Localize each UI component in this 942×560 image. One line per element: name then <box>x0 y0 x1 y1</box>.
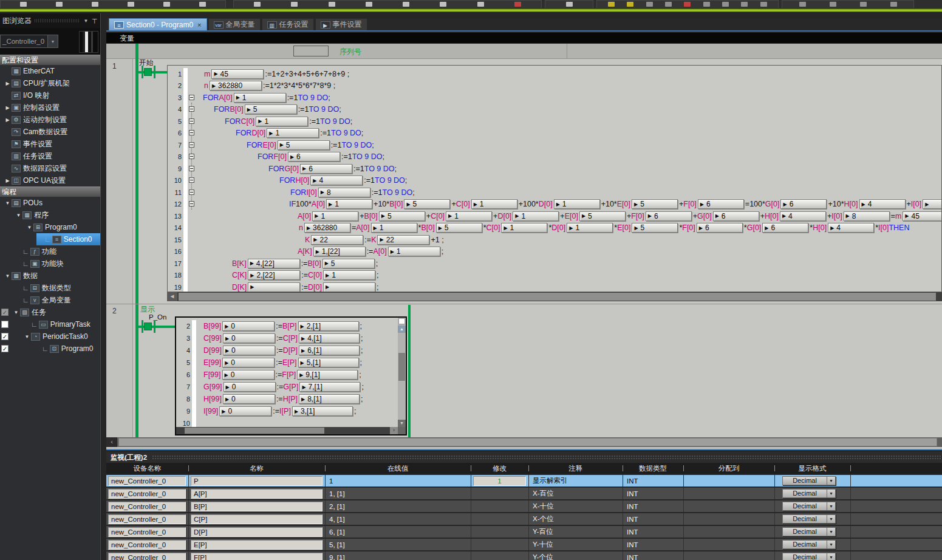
toolbar-icon[interactable] <box>860 2 867 7</box>
chevron-down-icon[interactable]: ▼ <box>827 541 835 548</box>
value-box[interactable]: ▶1 <box>312 211 358 221</box>
display-format-dropdown[interactable]: Decimal▼ <box>782 489 836 498</box>
close-icon[interactable]: × <box>197 21 201 29</box>
value-box[interactable]: ▶4,[1] <box>299 333 360 343</box>
value-box[interactable]: ▶2,[22] <box>248 270 300 280</box>
device-name-cell[interactable]: new_Controller_0 <box>108 489 186 499</box>
scroll-down-icon[interactable]: ▼ <box>398 420 406 427</box>
variable-name-cell[interactable]: A[P] <box>191 489 323 499</box>
value-box[interactable]: ▶1 <box>388 247 440 256</box>
value-box[interactable]: ▶5 <box>632 223 678 233</box>
sidebar-item-cpu-扩展机架[interactable]: ▶▤CPU/扩展机架 <box>0 77 100 89</box>
value-box[interactable]: ▶0 <box>222 370 275 380</box>
fold-collapse-icon[interactable] <box>189 154 194 159</box>
toolbar-icon[interactable] <box>477 2 484 7</box>
display-format-dropdown[interactable]: Decimal▼ <box>782 514 836 524</box>
sidebar-item-任务[interactable]: ✓▼▨任务 <box>0 306 100 318</box>
sidebar-item-全局变量[interactable]: ∟v全局变量 <box>0 294 100 306</box>
sidebar-item-数据类型[interactable]: ∟⊟数据类型 <box>0 282 100 294</box>
sidebar-section-配置和设置[interactable]: 配置和设置 <box>0 55 100 65</box>
value-box[interactable]: ▶5 <box>278 140 330 150</box>
value-box[interactable]: ▶6 <box>697 223 743 233</box>
expand-arrow-icon[interactable]: ▼ <box>4 273 12 279</box>
chevron-down-icon[interactable]: ▼ <box>827 477 835 485</box>
value-box[interactable]: ▶1 <box>256 117 308 126</box>
watch-title-bar[interactable]: 监视(工程)2 <box>106 452 942 463</box>
toolbar-icon[interactable] <box>329 2 335 7</box>
value-box[interactable]: ▶9,[1] <box>297 370 358 380</box>
sidebar-item-program0[interactable]: ▼⊞Program0 <box>0 221 100 233</box>
scroll-left-icon[interactable]: ‹ <box>106 437 117 447</box>
value-box[interactable]: ▶8 <box>318 188 370 197</box>
display-format-dropdown[interactable]: Decimal▼ <box>782 476 836 485</box>
toolbar-icon[interactable] <box>440 2 446 7</box>
chevron-down-icon[interactable]: ▼ <box>83 18 88 24</box>
chevron-down-icon[interactable]: ▼ <box>827 515 835 523</box>
value-box[interactable]: ▶362880 <box>210 81 262 90</box>
expand-arrow-icon[interactable]: ▼ <box>26 225 33 230</box>
toolbar-icon[interactable] <box>366 2 372 7</box>
st-box2-hscrollbar[interactable]: › <box>176 427 398 434</box>
contact-icon[interactable] <box>144 323 152 330</box>
value-box[interactable]: ▶6 <box>288 152 340 162</box>
sidebar-item-程序[interactable]: ▼▦程序 <box>0 209 100 221</box>
checkbox[interactable] <box>1 321 9 328</box>
value-box[interactable]: ▶8 <box>844 211 890 221</box>
value-box[interactable]: ▶4 <box>780 211 826 221</box>
variable-name-cell[interactable]: C[P] <box>191 514 323 524</box>
display-format-dropdown[interactable]: Decimal▼ <box>782 540 836 549</box>
st-box2-vscrollbar[interactable]: ▲ ▼ <box>398 318 406 427</box>
toolbar-icon[interactable] <box>830 2 836 7</box>
sidebar-item-periodictask0[interactable]: ✓▼◔PeriodicTask0 <box>0 330 100 343</box>
value-box[interactable]: ▶5 <box>379 211 425 221</box>
toolbar-icon[interactable] <box>703 2 710 7</box>
modify-value-cell[interactable]: 1 <box>473 476 526 486</box>
sidebar-item-program0[interactable]: ✓∟⊡Program0 <box>0 343 100 355</box>
toolbar-icon[interactable] <box>254 2 261 7</box>
variable-name-cell[interactable]: B[P] <box>191 502 323 511</box>
inline-st-box-2[interactable]: 2B[99] ▶0:=B[P] ▶2,[1] ;3C[99] ▶0:=C[P] … <box>175 316 407 435</box>
fold-collapse-icon[interactable] <box>189 142 194 148</box>
editor-hscrollbar[interactable]: ‹ <box>106 437 942 447</box>
toolbar-icon[interactable] <box>20 2 27 7</box>
value-box[interactable]: ▶1 <box>371 223 417 233</box>
scroll-thumb[interactable] <box>185 428 324 434</box>
contact-icon[interactable] <box>142 66 143 78</box>
toolbar-icon[interactable] <box>608 2 615 7</box>
checkbox[interactable]: ✓ <box>1 345 9 352</box>
value-box[interactable]: ▶4 <box>310 176 363 185</box>
toolbar-icon[interactable] <box>514 2 521 7</box>
device-name-cell[interactable]: new_Controller_0 <box>108 527 186 537</box>
display-format-dropdown[interactable]: Decimal▼ <box>782 527 836 536</box>
value-box[interactable]: ▶1 <box>501 223 547 233</box>
expand-arrow-icon[interactable]: ▶ <box>4 81 12 86</box>
fold-collapse-icon[interactable] <box>189 166 194 171</box>
sidebar-item-控制器设置[interactable]: ▶▣控制器设置 <box>0 101 100 114</box>
variable-name-cell[interactable]: D[P] <box>191 527 323 537</box>
contact-icon[interactable] <box>144 68 152 76</box>
value-box[interactable]: ▶6 <box>713 211 759 221</box>
value-box[interactable]: ▶6 <box>762 223 808 233</box>
contact-icon[interactable] <box>154 320 155 333</box>
value-box[interactable]: ▶6 <box>300 164 352 174</box>
value-box[interactable]: ▶1 <box>323 270 375 280</box>
value-box[interactable]: ▶362880 <box>304 223 350 233</box>
value-box[interactable]: ▶22 <box>311 235 363 245</box>
expand-arrow-icon[interactable]: ▼ <box>12 310 20 315</box>
sidebar-item-section0[interactable]: ∟≡Section0 <box>0 233 100 245</box>
toolbar-icon[interactable] <box>92 2 98 7</box>
comment-box[interactable] <box>293 46 329 56</box>
fold-collapse-icon[interactable] <box>189 106 194 112</box>
scroll-thumb[interactable] <box>398 353 405 381</box>
tab-section0-program0[interactable]: ≡Section0 - Program0× <box>109 18 207 30</box>
toolbar-icon[interactable] <box>684 2 691 7</box>
toolbar-icon[interactable] <box>722 2 729 7</box>
variable-name-cell[interactable]: E[P] <box>191 540 323 550</box>
watch-row[interactable]: new_Controller_0P11显示解索引INTDecimal▼ <box>106 475 942 487</box>
value-box[interactable]: ▶6,[1] <box>299 346 360 355</box>
value-box[interactable]: ▶1 <box>446 211 492 221</box>
value-box[interactable]: ▶ <box>323 282 375 292</box>
chevron-down-icon[interactable]: ▼ <box>827 490 835 497</box>
value-box[interactable]: ▶1 <box>267 128 319 138</box>
value-box[interactable]: ▶6 <box>646 211 692 221</box>
